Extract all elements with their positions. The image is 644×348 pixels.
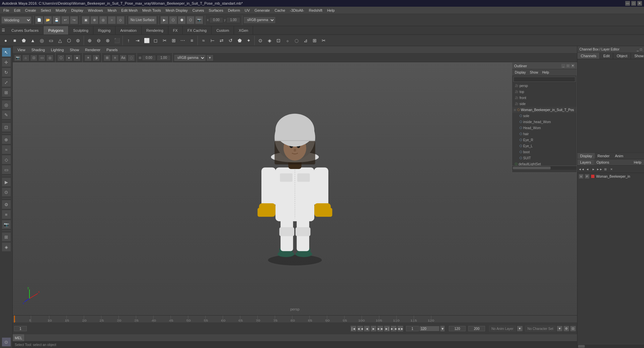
anim-layer-display[interactable]: No Anim Layer	[489, 326, 516, 332]
vp-wire-btn[interactable]: ⬡	[57, 55, 65, 61]
gamma-input[interactable]	[157, 55, 171, 61]
cube-btn[interactable]: ■	[10, 36, 19, 45]
magnet-tool[interactable]: ◎	[99, 16, 107, 24]
display-layer-tab[interactable]: Display	[577, 153, 595, 159]
layer-v-btn[interactable]: V	[579, 174, 583, 179]
play-fwd-btn[interactable]: ►►	[377, 326, 383, 332]
menu-select[interactable]: Select	[39, 8, 53, 13]
outliner-help-menu[interactable]: Help	[541, 71, 551, 74]
range-opt-btn[interactable]: ▼	[440, 326, 445, 332]
outliner-item-inside-head[interactable]: ⬡ inside_head_Wom	[512, 119, 577, 125]
layer-prev-btn[interactable]: ◄	[585, 167, 590, 172]
frame-end-input[interactable]	[449, 326, 466, 331]
vp-frame-btn[interactable]: ▭	[38, 55, 46, 61]
outliner-item-persp[interactable]: 🎥 persp	[512, 83, 577, 89]
layer-color-swatch[interactable]	[591, 174, 595, 178]
workspace-btn[interactable]: ⊙	[2, 337, 11, 347]
unfold-btn[interactable]: ⊿	[301, 36, 310, 45]
tab-fx-caching[interactable]: FX Caching	[183, 26, 212, 34]
menu-windows[interactable]: Windows	[86, 8, 105, 13]
tool4[interactable]: ◇	[116, 16, 125, 24]
menu-mesh[interactable]: Mesh	[105, 8, 118, 13]
vp-light-btn[interactable]: ☀	[84, 55, 92, 61]
tab-fx[interactable]: FX	[168, 26, 183, 34]
cyl-btn[interactable]: ⬟	[19, 36, 28, 45]
channel-scroll-thumb[interactable]	[578, 345, 585, 348]
timeline-ruler[interactable]: 1 5 10 15 20 25 30 35	[13, 316, 577, 323]
display-hud-btn[interactable]: ≡	[2, 210, 11, 219]
insert-edge-btn[interactable]: ⋯	[178, 36, 187, 45]
render-layer-tab[interactable]: Render	[595, 153, 612, 159]
open-btn[interactable]: 📂	[44, 16, 52, 24]
camera-btn[interactable]: 📷	[2, 220, 11, 229]
anim-layer-tab[interactable]: Anim	[612, 153, 626, 159]
object-tab[interactable]: Object	[613, 53, 631, 59]
outliner-maximize-btn[interactable]: □	[566, 64, 570, 68]
help-subtab[interactable]: Help	[631, 159, 644, 165]
render-opt-btn[interactable]: ⬡	[186, 16, 194, 24]
menu-mesh-display[interactable]: Mesh Display	[164, 8, 190, 13]
y-coord[interactable]: 1.00	[226, 17, 240, 23]
menu-mesh-tools[interactable]: Mesh Tools	[140, 8, 163, 13]
menu-deform[interactable]: Deform	[226, 8, 242, 13]
tab-polygons[interactable]: Polygons	[44, 26, 68, 34]
vp-aa-btn[interactable]: Aa	[119, 55, 127, 61]
gamma-selector[interactable]: sRGB gamma	[244, 17, 275, 23]
outliner-close-btn[interactable]: ✕	[571, 64, 575, 68]
back-btn[interactable]: ◄	[364, 326, 370, 332]
cut-btn[interactable]: ✂	[319, 36, 328, 45]
menu-display[interactable]: Display	[69, 8, 85, 13]
maximize-button[interactable]: □	[631, 1, 636, 6]
conform-btn[interactable]: ⬟	[235, 36, 244, 45]
helix-btn[interactable]: ⊚	[74, 36, 82, 45]
menu-edit[interactable]: Edit	[12, 8, 22, 13]
layer-next-btn[interactable]: ►►	[597, 167, 602, 172]
vp-isolate-btn[interactable]: ◎	[46, 55, 54, 61]
render-cam-btn[interactable]: 📷	[195, 16, 203, 24]
paint-tool-btn[interactable]: ✎	[2, 110, 11, 119]
offset-edge-btn[interactable]: ≡	[187, 36, 196, 45]
new-scene-btn[interactable]: 📄	[35, 16, 43, 24]
vp-cam-btn[interactable]: 📷	[14, 55, 21, 61]
target-weld-btn[interactable]: ⊙	[256, 36, 265, 45]
multi-cut-btn[interactable]: ✂	[160, 36, 169, 45]
mel-input[interactable]	[25, 334, 577, 341]
outliner-item-side[interactable]: 🎥 side	[512, 101, 577, 107]
tabs-menu-btn[interactable]: ☰	[0, 26, 7, 34]
menu-modify[interactable]: Modify	[54, 8, 68, 13]
close-button[interactable]: ✕	[637, 1, 642, 6]
render-snap-btn[interactable]: ⊙	[2, 187, 11, 197]
scale-tool-btn[interactable]: ⤢	[2, 78, 11, 87]
tab-sculpting[interactable]: Sculpting	[69, 26, 93, 34]
exposure-input[interactable]	[142, 55, 156, 61]
viewport-container[interactable]: x y z persp Outliner _	[13, 62, 577, 315]
cb-minimize-btn[interactable]: _	[637, 48, 639, 51]
playback-range-input[interactable]	[419, 326, 439, 331]
tab-custom[interactable]: Custom	[212, 26, 234, 34]
cb-maximize-btn[interactable]: □	[640, 48, 642, 51]
range-start-input[interactable]	[406, 326, 419, 331]
options-subtab[interactable]: Options	[594, 159, 612, 165]
comb-btn[interactable]: ⊕	[85, 36, 94, 45]
channel-box-scrollbar[interactable]	[577, 344, 644, 348]
vp-grid-btn[interactable]: ⊞	[103, 55, 111, 61]
viewport-3d[interactable]: x y z persp Outliner _	[13, 62, 577, 315]
cone-btn[interactable]: ▲	[28, 36, 37, 45]
bridge-btn[interactable]: ⇥	[133, 36, 142, 45]
view-menu[interactable]: View	[15, 47, 28, 53]
snap-tool[interactable]: ⊕	[90, 16, 98, 24]
panels-menu[interactable]: Panels	[104, 47, 120, 53]
menu-surfaces[interactable]: Surfaces	[207, 8, 225, 13]
mel-label[interactable]: MEL	[13, 334, 25, 341]
diff-btn[interactable]: ⊖	[94, 36, 103, 45]
menu-generate[interactable]: Generate	[252, 8, 272, 13]
vp-smooth-btn[interactable]: ●	[65, 55, 73, 61]
vp-hud-btn[interactable]: ≡	[111, 55, 119, 61]
universal-manipulator-btn[interactable]: ⊞	[2, 88, 11, 97]
render-btn[interactable]: ▶	[160, 16, 168, 24]
color-transform-select[interactable]: sRGB gamma	[174, 55, 206, 61]
layers-subtab[interactable]: Layers	[577, 159, 594, 165]
outliner-item-top[interactable]: 🎥 top	[512, 89, 577, 95]
outliner-show-menu[interactable]: Show	[529, 71, 540, 74]
xray-btn[interactable]: ◈	[2, 242, 11, 252]
